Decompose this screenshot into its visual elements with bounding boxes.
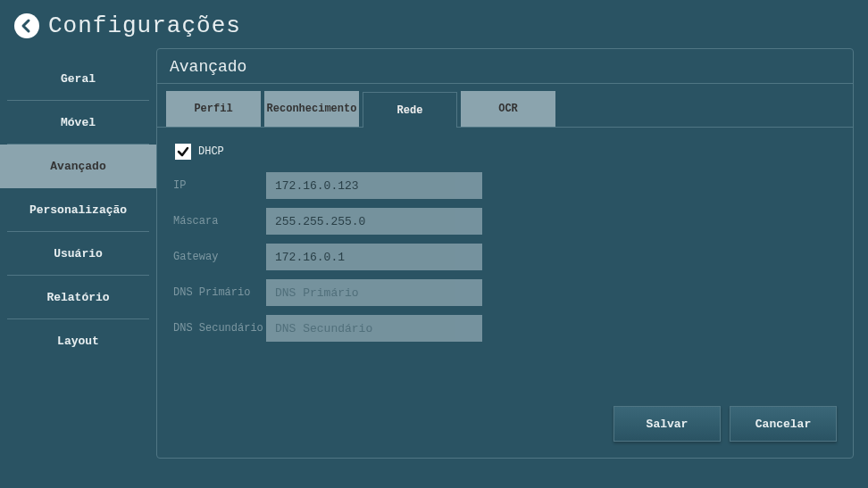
sidebar-item-label: Relatório: [46, 291, 109, 304]
dns1-label: DNS Primário: [173, 286, 266, 299]
sidebar-item-label: Layout: [57, 335, 99, 348]
ip-label: IP: [173, 179, 266, 192]
tabs: Perfil Reconhecimento Rede OCR: [157, 84, 853, 128]
button-label: Salvar: [647, 418, 689, 431]
sidebar-item-layout[interactable]: Layout: [7, 319, 149, 363]
save-button[interactable]: Salvar: [613, 406, 721, 442]
ip-input[interactable]: [266, 172, 482, 199]
sidebar-item-label: Móvel: [61, 116, 96, 129]
sidebar-item-label: Geral: [61, 72, 96, 86]
sidebar-item-label: Avançado: [50, 160, 105, 173]
gateway-label: Gateway: [173, 251, 266, 263]
panel-body: DHCP IP Máscara Gateway DNS Primário DNS…: [157, 128, 853, 397]
tab-ocr[interactable]: OCR: [461, 91, 555, 127]
button-label: Cancelar: [755, 418, 811, 431]
sidebar-item-geral[interactable]: Geral: [7, 57, 149, 101]
dns2-label: DNS Secundário: [173, 322, 266, 335]
tab-label: OCR: [498, 103, 518, 115]
sidebar-item-relatorio[interactable]: Relatório: [7, 276, 149, 319]
tab-label: Perfil: [194, 103, 232, 115]
sidebar-item-movel[interactable]: Móvel: [7, 101, 149, 145]
tab-label: Rede: [397, 104, 423, 117]
sidebar: Geral Móvel Avançado Personalização Usuá…: [0, 48, 156, 459]
back-icon[interactable]: [14, 13, 39, 38]
tab-reconhecimento[interactable]: Reconhecimento: [264, 91, 359, 127]
dns1-input[interactable]: [266, 279, 482, 306]
sidebar-item-label: Usuário: [54, 247, 103, 261]
sidebar-item-label: Personalização: [29, 203, 127, 217]
sidebar-item-personalizacao[interactable]: Personalização: [7, 188, 149, 232]
dns2-input[interactable]: [266, 315, 482, 342]
tab-rede[interactable]: Rede: [363, 92, 457, 128]
dhcp-checkbox[interactable]: [175, 144, 191, 160]
sidebar-item-usuario[interactable]: Usuário: [7, 232, 149, 276]
mask-label: Máscara: [173, 215, 266, 227]
cancel-button[interactable]: Cancelar: [730, 406, 837, 442]
dhcp-label: DHCP: [198, 145, 224, 158]
tab-perfil[interactable]: Perfil: [166, 91, 261, 127]
gateway-input[interactable]: [266, 244, 482, 270]
panel-title: Avançado: [157, 49, 853, 84]
sidebar-item-avancado[interactable]: Avançado: [0, 145, 156, 188]
tab-label: Reconhecimento: [267, 103, 357, 115]
page-title: Configurações: [48, 12, 241, 39]
panel: Avançado Perfil Reconhecimento Rede OCR …: [156, 48, 854, 459]
mask-input[interactable]: [266, 208, 482, 235]
